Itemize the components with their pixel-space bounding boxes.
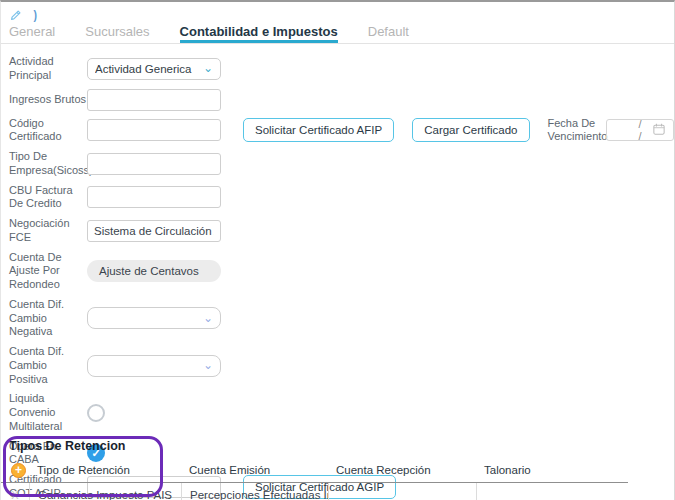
cbu-factura-input[interactable]: [87, 186, 221, 208]
codigo-certificado-input[interactable]: [87, 119, 221, 141]
cuenta-ajuste-label: Cuenta De Ajuste Por Redondeo: [9, 251, 87, 292]
tipo-empresa-input[interactable]: [87, 153, 221, 175]
ingresos-brutos-input[interactable]: [87, 89, 221, 111]
company-settings-page: ) General Sucursales Contabilidad e Impu…: [0, 0, 675, 500]
field-row-cuenta-dif-positiva: Cuenta Dif. Cambio Positiva ⌄: [9, 345, 674, 386]
tab-general[interactable]: General: [9, 24, 55, 43]
section-title: Tipos De Retencion: [1, 433, 675, 458]
field-row-ingresos-brutos: Ingresos Brutos: [9, 89, 674, 111]
cuenta-ajuste-readonly: Ajuste de Centavos: [87, 260, 221, 282]
table-header-row: + Tipo de Retención Cuenta Emisión Cuent…: [1, 458, 628, 483]
actividad-principal-value: Actividad Generica: [95, 63, 192, 75]
chevron-down-icon: ⌄: [203, 313, 213, 325]
toolbar: ): [1, 2, 674, 22]
cbu-factura-label: CBU Factura De Credito: [9, 184, 87, 212]
negociacion-fce-label: Negociación FCE: [9, 217, 87, 245]
cuenta-dif-positiva-label: Cuenta Dif. Cambio Positiva: [9, 345, 87, 386]
chevron-right-icon[interactable]: ): [33, 8, 36, 22]
calendar-icon[interactable]: [653, 121, 665, 139]
add-retencion-button[interactable]: +: [11, 463, 26, 478]
field-row-codigo-certificado: Código Certificado Solicitar Certificado…: [9, 117, 674, 145]
field-row-cuenta-dif-negativa: Cuenta Dif. Cambio Negativa ⌄: [9, 298, 674, 339]
ingresos-brutos-label: Ingresos Brutos: [9, 93, 87, 107]
date-placeholder: / /: [615, 118, 653, 142]
cell-cuenta-recepcion[interactable]: [328, 483, 476, 500]
field-row-actividad-principal: Actividad Principal Actividad Generica ⌄: [9, 55, 674, 83]
delete-row-icon[interactable]: X: [1, 483, 29, 500]
tipo-empresa-label: Tipo De Empresa(Sicoss): [9, 150, 87, 178]
column-header-tipo: Tipo de Retención: [29, 464, 181, 476]
liquida-convenio-label: Liquida Convenio Multilateral: [9, 392, 87, 433]
solicitar-certificado-afip-button[interactable]: Solicitar Certificado AFIP: [243, 118, 394, 142]
table-row: X Ganancias Impuesto PAIS Percepciones E…: [1, 483, 628, 500]
field-row-negociacion-fce: Negociación FCE: [9, 217, 674, 245]
negociacion-fce-input[interactable]: [87, 220, 221, 242]
fecha-vencimiento-label: Fecha De Vencimiento: [548, 117, 600, 145]
chevron-down-icon: ⌄: [203, 360, 213, 372]
cell-talonario[interactable]: [476, 483, 628, 500]
actividad-principal-label: Actividad Principal: [9, 55, 87, 83]
tab-default[interactable]: Default: [368, 24, 409, 43]
codigo-certificado-label: Código Certificado: [9, 117, 87, 145]
cuenta-dif-negativa-select[interactable]: ⌄: [87, 307, 221, 329]
column-header-talonario: Talonario: [476, 464, 628, 476]
cuenta-dif-positiva-select[interactable]: ⌄: [87, 355, 221, 377]
column-header-cuenta-emision: Cuenta Emisión: [181, 464, 328, 476]
tab-sucursales[interactable]: Sucursales: [85, 24, 149, 43]
actividad-principal-select[interactable]: Actividad Generica ⌄: [87, 58, 221, 80]
field-row-cbu-factura: CBU Factura De Credito: [9, 184, 674, 212]
field-row-liquida-convenio: Liquida Convenio Multilateral: [9, 392, 674, 433]
tab-contabilidad-e-impuestos[interactable]: Contabilidad e Impuestos: [180, 24, 338, 43]
contabilidad-form: Actividad Principal Actividad Generica ⌄…: [1, 44, 674, 500]
cell-cuenta-emision[interactable]: Percepciones Efectuadas Imp. p...: [181, 483, 328, 500]
cuenta-dif-negativa-label: Cuenta Dif. Cambio Negativa: [9, 298, 87, 339]
fecha-vencimiento-input[interactable]: / /: [606, 119, 674, 141]
column-header-cuenta-recepcion: Cuenta Recepción: [328, 464, 476, 476]
field-row-tipo-empresa: Tipo De Empresa(Sicoss): [9, 150, 674, 178]
cargar-certificado-button[interactable]: Cargar Certificado: [412, 118, 529, 142]
tipos-de-retencion-section: Tipos De Retencion + Tipo de Retención C…: [1, 433, 675, 500]
tab-bar: General Sucursales Contabilidad e Impues…: [1, 22, 674, 44]
cell-tipo[interactable]: Ganancias Impuesto PAIS: [29, 483, 181, 500]
edit-icon[interactable]: [9, 8, 23, 22]
liquida-convenio-checkbox[interactable]: [87, 404, 105, 422]
chevron-down-icon: ⌄: [203, 63, 213, 75]
retenciones-table: + Tipo de Retención Cuenta Emisión Cuent…: [1, 458, 628, 500]
field-row-cuenta-ajuste: Cuenta De Ajuste Por Redondeo Ajuste de …: [9, 251, 674, 292]
